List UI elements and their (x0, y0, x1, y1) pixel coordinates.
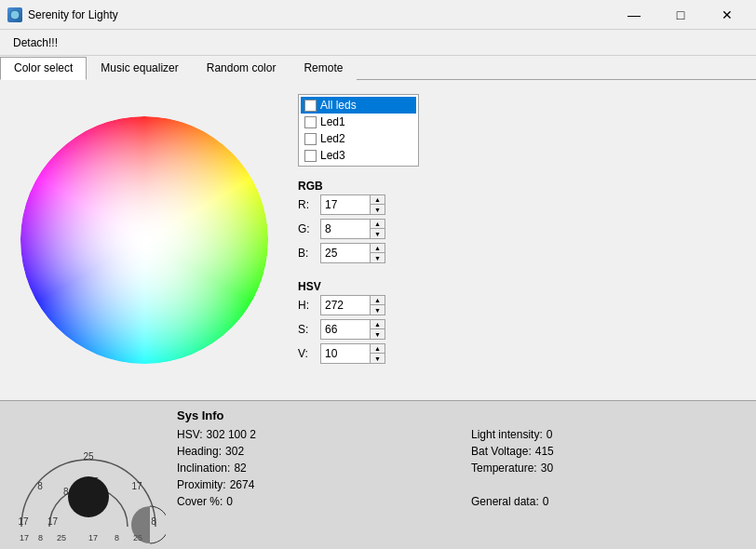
led-label-2: Led2 (320, 132, 345, 145)
svg-text:17: 17 (20, 533, 29, 542)
hsv-v-up[interactable]: ▲ (370, 344, 385, 354)
sys-val-inclination: 82 (234, 462, 246, 475)
detach-menu-item[interactable]: Detach!!! (4, 33, 67, 53)
title-bar: Serenity for Lighty — □ ✕ (0, 0, 756, 30)
rgb-r-spin: ▲ ▼ (370, 195, 385, 214)
tab-music-equalizer[interactable]: Music equalizer (87, 57, 192, 80)
led-label-3: Led3 (320, 149, 345, 162)
svg-point-0 (10, 10, 20, 20)
color-wheel[interactable] (19, 114, 270, 366)
rgb-r-down[interactable]: ▼ (370, 205, 385, 214)
led-item-3[interactable]: Led3 (301, 147, 416, 164)
rgb-g-down[interactable]: ▼ (370, 229, 385, 238)
rgb-section: RGB R: ▲ ▼ G: ▲ ▼ (298, 174, 747, 267)
sys-key-hsv: HSV: (177, 428, 203, 441)
rgb-b-down[interactable]: ▼ (370, 253, 385, 262)
hsv-s-up[interactable]: ▲ (370, 320, 385, 329)
led-item-1[interactable]: Led1 (301, 114, 416, 130)
sys-val-heading: 302 (225, 445, 244, 458)
bottom-panel: 17 8 25 17 8 17 8 25 17 8 25 17 8 25 Sys… (0, 400, 756, 549)
tab-color-select[interactable]: Color select (0, 57, 87, 80)
led-checkbox-all[interactable] (304, 100, 317, 112)
rgb-g-input-wrap: ▲ ▼ (320, 219, 385, 239)
svg-text:8: 8 (37, 481, 43, 491)
led-item-all[interactable]: All leds (301, 97, 416, 114)
sys-info-title: Sys Info (177, 408, 747, 422)
svg-text:17: 17 (88, 533, 98, 542)
led-checkbox-3[interactable] (304, 150, 317, 162)
sys-row-hsv: HSV: 302 100 2 (177, 428, 452, 441)
sys-val-general-data: 0 (543, 495, 549, 508)
hsv-s-input[interactable] (321, 320, 370, 339)
hsv-h-down[interactable]: ▼ (370, 305, 385, 315)
hsv-section: HSV H: ▲ ▼ S: ▲ ▼ (298, 274, 747, 368)
rgb-r-row: R: ▲ ▼ (298, 194, 747, 215)
rgb-r-up[interactable]: ▲ (370, 195, 385, 205)
sys-row-light-intensity: Light intensity: 0 (471, 428, 747, 441)
svg-text:17: 17 (131, 481, 142, 491)
window-controls: — □ ✕ (613, 0, 749, 30)
svg-text:8: 8 (115, 533, 119, 542)
hsv-h-spin: ▲ ▼ (370, 296, 385, 315)
led-label-1: Led1 (320, 115, 345, 128)
svg-text:17: 17 (18, 516, 29, 527)
sys-val-temperature: 30 (541, 462, 553, 475)
hsv-h-input[interactable] (321, 296, 370, 315)
minimize-button[interactable]: — (613, 0, 655, 30)
rgb-b-input[interactable] (321, 244, 370, 262)
led-item-2[interactable]: Led2 (301, 130, 416, 147)
gauge-area: 17 8 25 17 8 17 8 25 17 8 25 17 8 25 (9, 408, 168, 542)
sys-info: Sys Info HSV: 302 100 2 Light intensity:… (177, 408, 747, 542)
color-wheel-container (9, 89, 279, 391)
svg-text:17: 17 (47, 516, 59, 527)
maximize-button[interactable]: □ (659, 0, 702, 30)
led-list: All leds Led1 Led2 Led3 (298, 94, 419, 167)
led-checkbox-2[interactable] (304, 133, 317, 145)
sys-key-inclination: Inclination: (177, 462, 230, 475)
sys-info-grid: HSV: 302 100 2 Light intensity: 0 Headin… (177, 428, 747, 508)
svg-text:8: 8 (38, 533, 43, 542)
sys-key-general-data: General data: (471, 495, 539, 508)
sys-key-heading: Heading: (177, 445, 222, 458)
rgb-r-label: R: (298, 198, 317, 211)
hsv-s-spin: ▲ ▼ (370, 320, 385, 339)
rgb-b-spin: ▲ ▼ (370, 244, 385, 262)
sys-key-bat-voltage: Bat Voltage: (471, 445, 532, 458)
rgb-title: RGB (298, 180, 747, 193)
sys-row-proximity: Proximity: 2674 (177, 478, 452, 491)
hsv-v-label: V: (298, 347, 317, 360)
sys-key-temperature: Temperature: (471, 462, 537, 475)
tab-random-color[interactable]: Random color (193, 57, 290, 80)
hsv-s-down[interactable]: ▼ (370, 329, 385, 339)
window-title: Serenity for Lighty (28, 8, 613, 21)
sys-val-bat-voltage: 415 (535, 445, 554, 458)
sys-row-general-data: General data: 0 (471, 495, 747, 508)
hsv-v-down[interactable]: ▼ (370, 354, 385, 363)
hsv-s-label: S: (298, 323, 317, 336)
hsv-v-input[interactable] (321, 344, 370, 363)
sys-val-light-intensity: 0 (547, 428, 553, 441)
hsv-v-row: V: ▲ ▼ (298, 343, 747, 364)
app-icon (7, 7, 22, 22)
tab-remote[interactable]: Remote (290, 57, 357, 80)
rgb-g-label: G: (298, 222, 317, 235)
rgb-b-label: B: (298, 247, 317, 260)
rgb-g-input[interactable] (321, 220, 370, 238)
rgb-r-input[interactable] (321, 195, 370, 214)
svg-text:8: 8 (151, 516, 156, 527)
sys-row-empty (471, 478, 747, 491)
svg-point-19 (68, 476, 109, 517)
svg-text:25: 25 (57, 533, 66, 542)
rgb-g-row: G: ▲ ▼ (298, 219, 747, 239)
svg-text:25: 25 (83, 451, 94, 462)
hsv-v-input-wrap: ▲ ▼ (320, 343, 385, 364)
led-checkbox-1[interactable] (304, 116, 317, 128)
close-button[interactable]: ✕ (706, 0, 749, 30)
gauge-svg: 17 8 25 17 8 17 8 25 17 8 25 17 8 25 (12, 406, 166, 545)
right-panel: All leds Led1 Led2 Led3 RGB R: (298, 89, 747, 391)
sys-row-temperature: Temperature: 30 (471, 462, 747, 475)
rgb-b-up[interactable]: ▲ (370, 244, 385, 253)
hsv-h-up[interactable]: ▲ (370, 296, 385, 305)
rgb-g-up[interactable]: ▲ (370, 220, 385, 229)
hsv-h-label: H: (298, 299, 317, 312)
